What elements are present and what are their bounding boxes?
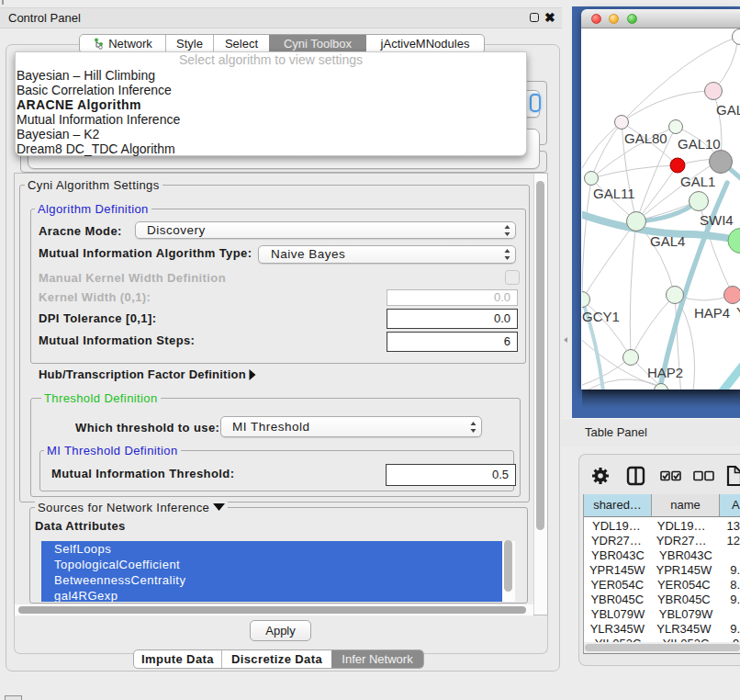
svg-text:GAL11: GAL11	[593, 186, 635, 201]
svg-text:GAL7: GAL7	[716, 102, 740, 118]
svg-text:HAP4: HAP4	[694, 305, 730, 321]
svg-text:Y: Y	[736, 304, 740, 320]
svg-text:GAL80: GAL80	[624, 130, 667, 146]
svg-text:GCY1: GCY1	[582, 309, 620, 324]
svg-text:SWI4: SWI4	[700, 212, 734, 228]
svg-text:GAL4: GAL4	[650, 233, 685, 249]
svg-text:GAL10: GAL10	[678, 136, 721, 152]
svg-text:HAP2: HAP2	[647, 365, 683, 380]
svg-text:GAL1: GAL1	[680, 174, 715, 189]
